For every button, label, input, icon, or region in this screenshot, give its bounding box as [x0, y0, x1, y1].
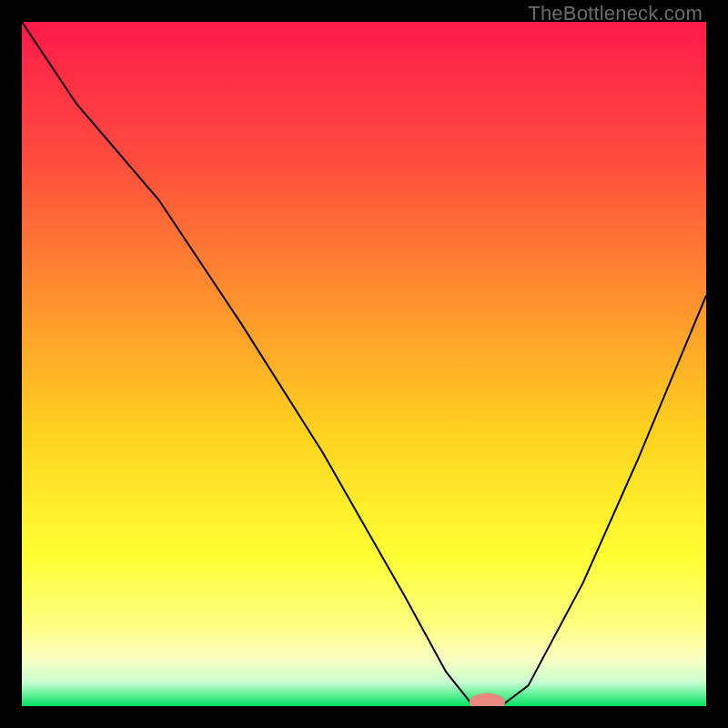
chart-frame — [22, 22, 706, 706]
chart-background — [22, 22, 706, 706]
bottleneck-chart — [22, 22, 706, 706]
